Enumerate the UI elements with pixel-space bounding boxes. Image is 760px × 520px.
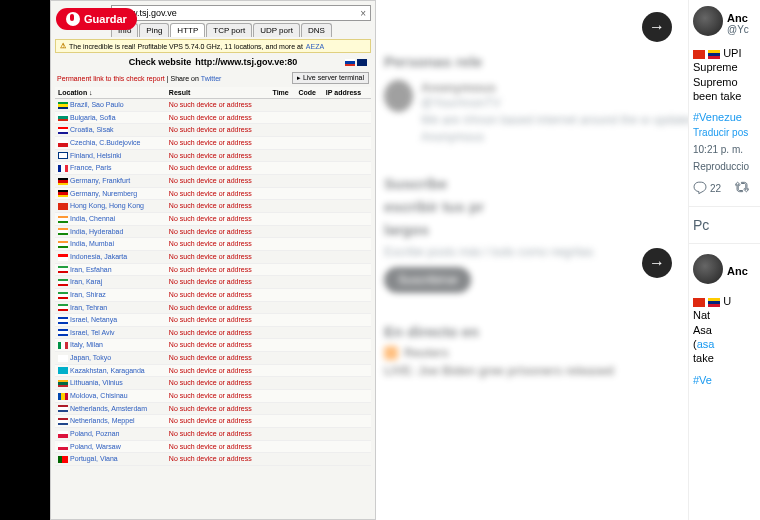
location-link[interactable]: Moldova, Chisinau	[70, 392, 128, 399]
share-label: Share on	[171, 75, 199, 82]
avatar[interactable]	[693, 6, 723, 36]
hashtag-link[interactable]: #Ve	[693, 374, 756, 386]
location-link[interactable]: Iran, Tehran	[70, 304, 107, 311]
location-link[interactable]: Brazil, Sao Paulo	[70, 101, 124, 108]
location-link[interactable]: Lithuania, Vilnius	[70, 379, 123, 386]
next-image-arrow-top[interactable]: →	[642, 12, 672, 42]
cell-location: Bulgaria, Sofia	[55, 111, 166, 124]
location-link[interactable]: Indonesia, Jakarta	[70, 253, 127, 260]
cell-code	[295, 187, 322, 200]
table-row: Poland, WarsawNo such device or address	[55, 440, 371, 453]
pinterest-save-button[interactable]: Guardar	[56, 8, 137, 30]
tweet-handle[interactable]: @Yc	[727, 24, 749, 35]
cell-ip	[323, 440, 371, 453]
th-ip[interactable]: IP address	[323, 87, 371, 99]
cell-location: Poland, Warsaw	[55, 440, 166, 453]
location-link[interactable]: Kazakhstan, Karaganda	[70, 367, 145, 374]
th-location[interactable]: Location ↓	[55, 87, 166, 99]
location-link[interactable]: Iran, Shiraz	[70, 291, 106, 298]
location-link[interactable]: France, Paris	[70, 164, 112, 171]
tab-udp[interactable]: UDP port	[253, 23, 300, 37]
clear-icon[interactable]: ×	[360, 8, 366, 19]
th-time[interactable]: Time	[270, 87, 296, 99]
promo-notice: ⚠ The incredible is real! Profitable VPS…	[55, 39, 371, 53]
location-link[interactable]: Bulgaria, Sofia	[70, 114, 116, 121]
location-link[interactable]: India, Hyderabad	[70, 228, 123, 235]
country-flag-icon	[58, 443, 68, 450]
cell-location: Japan, Tokyo	[55, 352, 166, 365]
location-link[interactable]: Poland, Poznan	[70, 430, 119, 437]
tweet-author[interactable]: Anc	[727, 265, 748, 277]
location-link[interactable]: India, Mumbai	[70, 240, 114, 247]
live-terminal-button[interactable]: ▸ Live server terminal	[292, 72, 369, 84]
tab-tcp[interactable]: TCP port	[206, 23, 252, 37]
location-link[interactable]: India, Chennai	[70, 215, 115, 222]
location-link[interactable]: Netherlands, Meppel	[70, 417, 135, 424]
location-link[interactable]: Italy, Milan	[70, 341, 103, 348]
location-link[interactable]: Iran, Esfahan	[70, 266, 112, 273]
flag-gb-icon[interactable]	[357, 59, 367, 66]
save-label: Guardar	[84, 13, 127, 25]
lang-flags	[345, 59, 367, 66]
location-link[interactable]: Finland, Helsinki	[70, 152, 121, 159]
location-link[interactable]: Czechia, C.Budejovice	[70, 139, 140, 146]
cell-code	[295, 111, 322, 124]
location-link[interactable]: Germany, Frankfurt	[70, 177, 130, 184]
permalink[interactable]: Permanent link to this check report	[57, 75, 165, 82]
table-row: India, ChennaiNo such device or address	[55, 212, 371, 225]
location-link[interactable]: Portugal, Viana	[70, 455, 118, 462]
tab-ping[interactable]: Ping	[139, 23, 169, 37]
cell-location: Italy, Milan	[55, 339, 166, 352]
results-table: Location ↓ Result Time Code IP address B…	[55, 87, 371, 466]
check-header: Check website http://www.tsj.gov.ve:80	[55, 55, 371, 69]
reply-button[interactable]: 22	[693, 181, 721, 195]
cell-location: Brazil, Sao Paulo	[55, 99, 166, 112]
cell-code	[295, 440, 322, 453]
cell-time	[270, 225, 296, 238]
tab-http[interactable]: HTTP	[170, 23, 205, 37]
cell-code	[295, 200, 322, 213]
th-code[interactable]: Code	[295, 87, 322, 99]
location-link[interactable]: Poland, Warsaw	[70, 443, 121, 450]
next-image-arrow-mid[interactable]: →	[642, 248, 672, 278]
table-row: Brazil, Sao PauloNo such device or addre…	[55, 99, 371, 112]
cell-location: Croatia, Sisak	[55, 124, 166, 137]
table-row: India, HyderabadNo such device or addres…	[55, 225, 371, 238]
reply-prompt[interactable]: Pc	[693, 217, 756, 233]
location-link[interactable]: Iran, Karaj	[70, 278, 102, 285]
table-row: Netherlands, MeppelNo such device or add…	[55, 415, 371, 428]
cell-code	[295, 250, 322, 263]
tweet-author[interactable]: Anc	[727, 12, 749, 24]
share-twitter[interactable]: Twitter	[201, 75, 222, 82]
avatar[interactable]	[693, 254, 723, 284]
flag-ru-icon[interactable]	[345, 59, 355, 66]
location-link[interactable]: Netherlands, Amsterdam	[70, 405, 147, 412]
cell-code	[295, 149, 322, 162]
hashtag-link[interactable]: #Venezue	[693, 111, 756, 123]
cell-ip	[323, 212, 371, 225]
tweet-body: UPI Supreme Supremo been take	[693, 46, 756, 103]
cell-location: Netherlands, Meppel	[55, 415, 166, 428]
country-flag-icon	[58, 380, 68, 387]
cell-ip	[323, 136, 371, 149]
table-header-row: Location ↓ Result Time Code IP address	[55, 87, 371, 99]
promo-link[interactable]: AEZA	[306, 43, 324, 50]
cell-ip	[323, 301, 371, 314]
translate-link[interactable]: Traducir pos	[693, 127, 756, 138]
location-link[interactable]: Israel, Tel Aviv	[70, 329, 115, 336]
cell-time	[270, 250, 296, 263]
th-result[interactable]: Result	[166, 87, 270, 99]
location-link[interactable]: Hong Kong, Hong Kong	[70, 202, 144, 209]
cell-location: Poland, Poznan	[55, 428, 166, 441]
url-input-bar[interactable]: Www.tsj.gov.ve ×	[111, 5, 371, 21]
location-link[interactable]: Croatia, Sisak	[70, 126, 114, 133]
pinterest-icon	[66, 12, 80, 26]
location-link[interactable]: Germany, Nuremberg	[70, 190, 137, 197]
inline-link[interactable]: asa	[697, 338, 715, 350]
location-link[interactable]: Japan, Tokyo	[70, 354, 111, 361]
retweet-button[interactable]	[735, 180, 749, 196]
tab-dns[interactable]: DNS	[301, 23, 332, 37]
flag-ve-icon	[708, 50, 720, 59]
location-link[interactable]: Israel, Netanya	[70, 316, 117, 323]
cell-ip	[323, 111, 371, 124]
